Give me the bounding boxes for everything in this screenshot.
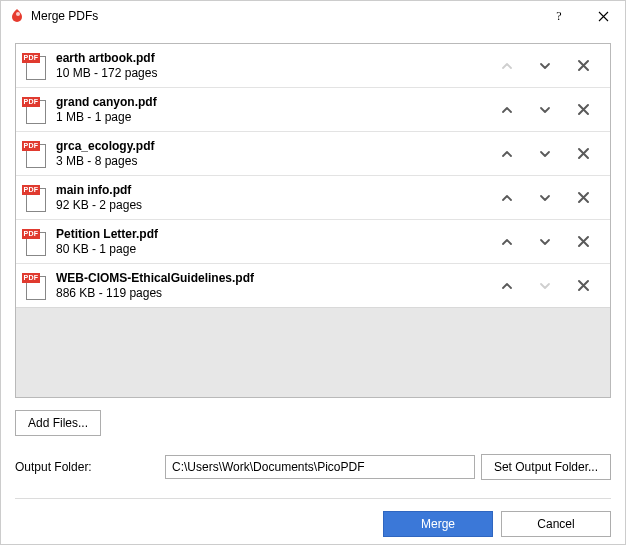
move-down-button[interactable] (526, 50, 564, 82)
move-down-button (526, 270, 564, 302)
file-subtext: 92 KB - 2 pages (56, 198, 488, 213)
pdf-badge: PDF (22, 53, 40, 63)
window-title: Merge PDFs (31, 9, 98, 23)
file-row[interactable]: PDF earth artbook.pdf 10 MB - 172 pages (16, 44, 610, 88)
merge-pdf-dialog: Merge PDFs ? PDF earth artbook.pdf 10 MB… (0, 0, 626, 545)
move-up-button[interactable] (488, 226, 526, 258)
pdf-file-icon: PDF (22, 138, 50, 170)
pdf-badge: PDF (22, 185, 40, 195)
file-name: main info.pdf (56, 183, 488, 198)
file-row[interactable]: PDF WEB-CIOMS-EthicalGuidelines.pdf 886 … (16, 264, 610, 308)
file-name: WEB-CIOMS-EthicalGuidelines.pdf (56, 271, 488, 286)
pdf-badge: PDF (22, 141, 40, 151)
file-list: PDF earth artbook.pdf 10 MB - 172 pages … (15, 43, 611, 398)
move-up-button[interactable] (488, 94, 526, 126)
file-row[interactable]: PDF grca_ecology.pdf 3 MB - 8 pages (16, 132, 610, 176)
add-files-button[interactable]: Add Files... (15, 410, 101, 436)
remove-button[interactable] (564, 94, 602, 126)
remove-button[interactable] (564, 50, 602, 82)
help-button[interactable]: ? (537, 1, 581, 31)
move-up-button[interactable] (488, 138, 526, 170)
move-down-button[interactable] (526, 94, 564, 126)
cancel-button[interactable]: Cancel (501, 511, 611, 537)
file-row[interactable]: PDF Petition Letter.pdf 80 KB - 1 page (16, 220, 610, 264)
svg-point-0 (16, 12, 20, 16)
remove-button[interactable] (564, 138, 602, 170)
pdf-badge: PDF (22, 97, 40, 107)
file-row[interactable]: PDF main info.pdf 92 KB - 2 pages (16, 176, 610, 220)
move-up-button[interactable] (488, 182, 526, 214)
move-down-button[interactable] (526, 138, 564, 170)
file-subtext: 886 KB - 119 pages (56, 286, 488, 301)
move-down-button[interactable] (526, 226, 564, 258)
pdf-file-icon: PDF (22, 94, 50, 126)
output-folder-label: Output Folder: (15, 460, 165, 474)
remove-button[interactable] (564, 182, 602, 214)
titlebar: Merge PDFs ? (1, 1, 625, 31)
move-up-button (488, 50, 526, 82)
file-subtext: 3 MB - 8 pages (56, 154, 488, 169)
file-row[interactable]: PDF grand canyon.pdf 1 MB - 1 page (16, 88, 610, 132)
file-name: earth artbook.pdf (56, 51, 488, 66)
file-subtext: 80 KB - 1 page (56, 242, 488, 257)
remove-button[interactable] (564, 226, 602, 258)
close-button[interactable] (581, 1, 625, 31)
pdf-badge: PDF (22, 273, 40, 283)
file-name: grand canyon.pdf (56, 95, 488, 110)
move-down-button[interactable] (526, 182, 564, 214)
output-folder-field[interactable]: C:\Users\Work\Documents\PicoPDF (165, 455, 475, 479)
pdf-badge: PDF (22, 229, 40, 239)
dialog-content: PDF earth artbook.pdf 10 MB - 172 pages … (1, 31, 625, 545)
file-name: Petition Letter.pdf (56, 227, 488, 242)
move-up-button[interactable] (488, 270, 526, 302)
pdf-file-icon: PDF (22, 270, 50, 302)
set-output-folder-button[interactable]: Set Output Folder... (481, 454, 611, 480)
merge-button[interactable]: Merge (383, 511, 493, 537)
pdf-file-icon: PDF (22, 182, 50, 214)
pdf-file-icon: PDF (22, 226, 50, 258)
pdf-file-icon: PDF (22, 50, 50, 82)
output-folder-path: C:\Users\Work\Documents\PicoPDF (172, 460, 365, 474)
svg-text:?: ? (556, 10, 561, 22)
app-icon (9, 8, 25, 24)
remove-button[interactable] (564, 270, 602, 302)
file-subtext: 1 MB - 1 page (56, 110, 488, 125)
file-name: grca_ecology.pdf (56, 139, 488, 154)
file-subtext: 10 MB - 172 pages (56, 66, 488, 81)
